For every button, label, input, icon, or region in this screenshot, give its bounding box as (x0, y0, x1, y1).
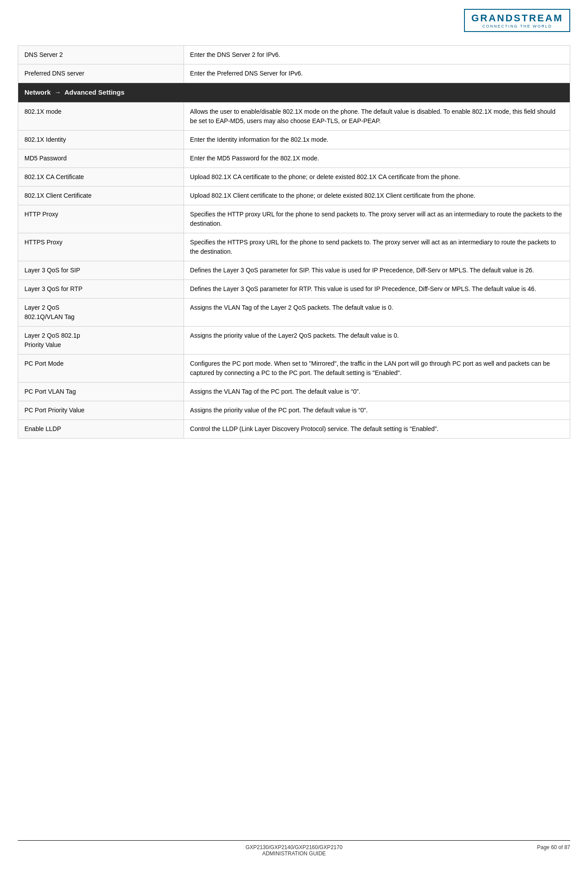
row-desc: Allows the user to enable/disable 802.1X… (184, 102, 570, 130)
row-desc: Assigns the priority value of the PC por… (184, 401, 570, 419)
row-desc: Enter the Preferred DNS Server for IPv6. (184, 64, 570, 83)
table-row: Preferred DNS serverEnter the Preferred … (18, 64, 570, 83)
row-desc: Enter the Identity information for the 8… (184, 130, 570, 149)
content-table: DNS Server 2Enter the DNS Server 2 for I… (18, 45, 570, 439)
row-desc: Assigns the priority value of the Layer2… (184, 326, 570, 354)
table-row: Layer 3 QoS for SIPDefines the Layer 3 Q… (18, 261, 570, 279)
table-row: Layer 2 QoS802.1Q/VLAN TagAssigns the VL… (18, 298, 570, 326)
table-row: 802.1X Client CertificateUpload 802.1X C… (18, 186, 570, 205)
footer-line1: GXP2130/GXP2140/GXP2160/GXP2170 (89, 844, 499, 850)
row-label: PC Port Priority Value (18, 401, 184, 419)
table-row: 802.1X IdentityEnter the Identity inform… (18, 130, 570, 149)
row-label: HTTPS Proxy (18, 233, 184, 261)
row-label: 802.1X Client Certificate (18, 186, 184, 205)
footer: GXP2130/GXP2140/GXP2160/GXP2170 ADMINIST… (18, 840, 570, 857)
logo-box: GRANDSTREAM CONNECTING THE WORLD (464, 9, 570, 32)
row-desc: Upload 802.1X CA certificate to the phon… (184, 168, 570, 186)
row-label: PC Port VLAN Tag (18, 382, 184, 401)
table-row: MD5 PasswordEnter the MD5 Password for t… (18, 149, 570, 168)
footer-center: GXP2130/GXP2140/GXP2160/GXP2170 ADMINIST… (89, 844, 499, 857)
row-desc: Assigns the VLAN Tag of the PC port. The… (184, 382, 570, 401)
page-wrapper: GRANDSTREAM CONNECTING THE WORLD DNS Ser… (0, 0, 588, 870)
row-desc: Specifies the HTTP proxy URL for the pho… (184, 205, 570, 233)
logo-brand: GRANDSTREAM (471, 12, 563, 24)
row-desc: Defines the Layer 3 QoS parameter for SI… (184, 261, 570, 279)
row-label: Layer 2 QoS 802.1pPriority Value (18, 326, 184, 354)
row-label: Layer 3 QoS for RTP (18, 279, 184, 298)
row-desc: Assigns the VLAN Tag of the Layer 2 QoS … (184, 298, 570, 326)
row-desc: Specifies the HTTPS proxy URL for the ph… (184, 233, 570, 261)
row-label: Layer 3 QoS for SIP (18, 261, 184, 279)
row-desc: Defines the Layer 3 QoS parameter for RT… (184, 279, 570, 298)
table-row: HTTPS ProxySpecifies the HTTPS proxy URL… (18, 233, 570, 261)
logo-tagline: CONNECTING THE WORLD (482, 24, 552, 28)
row-label: Layer 2 QoS802.1Q/VLAN Tag (18, 298, 184, 326)
logo-area: GRANDSTREAM CONNECTING THE WORLD (18, 9, 570, 32)
row-desc: Configures the PC port mode. When set to… (184, 354, 570, 382)
table-row: PC Port ModeConfigures the PC port mode.… (18, 354, 570, 382)
table-row: Layer 3 QoS for RTPDefines the Layer 3 Q… (18, 279, 570, 298)
table-row: Layer 2 QoS 802.1pPriority ValueAssigns … (18, 326, 570, 354)
table-row: Enable LLDPControl the LLDP (Link Layer … (18, 419, 570, 438)
table-row: PC Port Priority ValueAssigns the priori… (18, 401, 570, 419)
table-row: DNS Server 2Enter the DNS Server 2 for I… (18, 46, 570, 64)
table-row: 802.1X CA CertificateUpload 802.1X CA ce… (18, 168, 570, 186)
row-label: MD5 Password (18, 149, 184, 168)
table-row: PC Port VLAN TagAssigns the VLAN Tag of … (18, 382, 570, 401)
row-label: Enable LLDP (18, 419, 184, 438)
row-label: 802.1X mode (18, 102, 184, 130)
row-label: 802.1X Identity (18, 130, 184, 149)
row-desc: Enter the DNS Server 2 for IPv6. (184, 46, 570, 64)
table-row: HTTP ProxySpecifies the HTTP proxy URL f… (18, 205, 570, 233)
footer-page: Page 60 of 87 (499, 844, 570, 857)
row-label: Preferred DNS server (18, 64, 184, 83)
row-label: PC Port Mode (18, 354, 184, 382)
row-desc: Control the LLDP (Link Layer Discovery P… (184, 419, 570, 438)
row-label: 802.1X CA Certificate (18, 168, 184, 186)
section-header-cell: Network → Advanced Settings (18, 83, 570, 103)
footer-line2: ADMINISTRATION GUIDE (89, 850, 499, 857)
table-row: 802.1X modeAllows the user to enable/dis… (18, 102, 570, 130)
row-desc: Upload 802.1X Client certificate to the … (184, 186, 570, 205)
row-desc: Enter the MD5 Password for the 802.1X mo… (184, 149, 570, 168)
row-label: HTTP Proxy (18, 205, 184, 233)
row-label: DNS Server 2 (18, 46, 184, 64)
